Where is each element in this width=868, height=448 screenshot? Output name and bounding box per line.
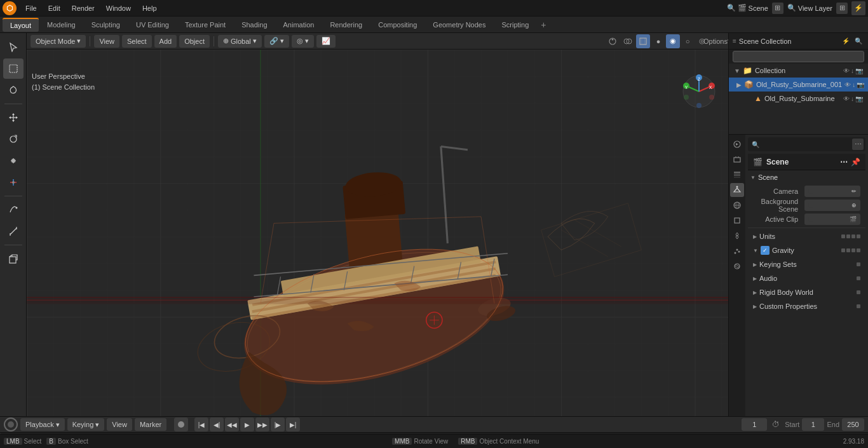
gravity-checkbox[interactable]: ✓ [761, 246, 770, 255]
scale-tool[interactable] [3, 151, 24, 171]
select-icon-1[interactable]: ↓ [852, 81, 855, 88]
scene-props-icon[interactable] [730, 183, 744, 197]
menu-edit[interactable]: Edit [43, 1, 65, 15]
bg-picker-icon[interactable]: ⊕ [851, 202, 857, 208]
navigation-gizmo[interactable]: X Y Z [680, 72, 718, 111]
clip-picker-icon[interactable]: 🎬 [850, 216, 857, 222]
menu-render[interactable]: Render [67, 1, 100, 15]
transform-tool[interactable] [3, 172, 24, 193]
measure-tool[interactable] [3, 221, 24, 241]
graph-toggle[interactable]: 📈 [316, 35, 336, 48]
add-cube-tool[interactable] [3, 248, 24, 269]
options-btn[interactable]: Options ▾ [710, 34, 724, 48]
tab-rendering[interactable]: Rendering [322, 18, 370, 32]
viewport-view-menu[interactable]: View [94, 35, 119, 48]
viewlayer-props-icon[interactable] [730, 168, 744, 182]
viewport-canvas[interactable]: User Perspective (1) Scene Collection X … [27, 50, 728, 416]
physics-icon[interactable] [730, 259, 744, 273]
menu-window[interactable]: Window [101, 1, 136, 15]
eye-icon-1[interactable]: 👁 [844, 81, 851, 88]
tab-texture-paint[interactable]: Texture Paint [177, 18, 233, 32]
mode-selector[interactable]: Object Mode ▾ [31, 35, 86, 48]
view-layer-expand-btn[interactable]: ⊞ [836, 3, 848, 14]
tab-animation[interactable]: Animation [276, 18, 322, 32]
lasso-select-tool[interactable] [3, 80, 24, 100]
xray-toggle[interactable] [636, 34, 650, 48]
playback-menu[interactable]: Playback ▾ [20, 418, 65, 431]
outliner-filter-btn[interactable]: ⚡ [840, 36, 851, 47]
end-frame-input[interactable]: 250 [842, 418, 864, 431]
particles-icon[interactable] [730, 244, 744, 258]
outliner-item-submarine-mesh[interactable]: ▲ Old_Rusty_Submarine 👁 ↓ 📷 [729, 92, 868, 105]
timeline-mode-btn[interactable] [4, 417, 18, 431]
modifiers-icon[interactable] [730, 229, 744, 243]
units-section[interactable]: ▶ Units [748, 229, 865, 243]
annotate-tool[interactable] [3, 200, 24, 220]
transform-orientation[interactable]: ⊕ Global ▾ [218, 35, 262, 48]
gizmo-toggle[interactable] [606, 34, 620, 48]
camera-value[interactable]: ✏ [804, 186, 860, 197]
outliner-item-submarine-collection[interactable]: ▶ 📦 Old_Rusty_Submarine_001 👁 ↓ 📷 [729, 78, 868, 92]
render-icon-o[interactable]: 📷 [855, 67, 863, 74]
eye-icon-2[interactable]: 👁 [843, 95, 850, 102]
current-frame-input[interactable]: 1 [742, 418, 767, 431]
tab-scripting[interactable]: Scripting [494, 18, 536, 32]
eye-icon[interactable]: 👁 [843, 67, 850, 74]
tab-layout[interactable]: Layout [3, 18, 39, 32]
cursor-tool[interactable] [3, 37, 24, 57]
rotate-tool[interactable] [3, 129, 24, 149]
menu-help[interactable]: Help [137, 1, 162, 15]
gravity-section[interactable]: ▼ ✓ Gravity [748, 243, 865, 257]
outliner-search-input[interactable] [733, 51, 864, 62]
solid-mode[interactable]: ◉ [666, 34, 680, 48]
select-icon-2[interactable]: ↓ [851, 95, 854, 102]
rigid-body-world-section[interactable]: ▶ Rigid Body World [748, 285, 865, 299]
overlay-toggle[interactable] [621, 34, 635, 48]
browse-scene-btn[interactable]: ⋯ [839, 157, 849, 167]
tab-uv-editing[interactable]: UV Editing [128, 18, 177, 32]
snap-toggle[interactable]: 🔗 ▾ [264, 35, 289, 48]
scene-section-header[interactable]: ▼ Scene [748, 170, 865, 184]
add-workspace-btn[interactable]: + [537, 18, 550, 31]
audio-section[interactable]: ▶ Audio [748, 271, 865, 285]
render-icon-1[interactable]: 📷 [857, 81, 864, 88]
render-icon-2[interactable]: 📷 [855, 95, 863, 102]
wireframe-mode[interactable]: ● [651, 34, 665, 48]
custom-props-section[interactable]: ▶ Custom Properties [748, 299, 865, 313]
tab-modeling[interactable]: Modeling [39, 18, 83, 32]
prev-keyframe-btn[interactable]: ◀| [210, 417, 224, 431]
marker-menu[interactable]: Marker [135, 418, 166, 431]
active-clip-value[interactable]: 🎬 [804, 214, 860, 225]
play-forward-btn[interactable]: ▶▶ [255, 417, 269, 431]
scene-expand-btn[interactable]: ⊞ [772, 3, 783, 14]
play-reverse-btn[interactable]: ◀◀ [225, 417, 239, 431]
play-btn[interactable]: ▶ [240, 417, 254, 431]
tab-sculpting[interactable]: Sculpting [84, 18, 128, 32]
keying-menu[interactable]: Keying ▾ [67, 418, 105, 431]
jump-start-btn[interactable]: |◀ [194, 417, 208, 431]
start-frame-input[interactable]: 1 [802, 418, 824, 431]
timeline-view-menu[interactable]: View [107, 418, 132, 431]
menu-file[interactable]: File [20, 1, 42, 15]
camera-picker-icon[interactable]: ✏ [851, 188, 857, 194]
move-tool[interactable] [3, 107, 24, 128]
output-props-icon[interactable] [730, 153, 744, 166]
select-tool[interactable] [3, 58, 24, 79]
next-keyframe-btn[interactable]: |▶ [271, 417, 285, 431]
viewport[interactable]: Object Mode ▾ View Select Add Object ⊕ G… [27, 33, 728, 416]
pin-scene-btn[interactable]: 📌 [850, 157, 860, 167]
viewport-object-menu[interactable]: Object [179, 35, 210, 48]
proportional-toggle[interactable]: ◎ ▾ [292, 35, 314, 48]
viewport-add-menu[interactable]: Add [154, 35, 177, 48]
tab-shading[interactable]: Shading [234, 18, 275, 32]
render-props-icon[interactable] [730, 137, 744, 151]
tab-geometry-nodes[interactable]: Geometry Nodes [425, 18, 493, 32]
world-props-icon[interactable] [730, 198, 744, 212]
outliner-search-btn[interactable]: 🔍 [853, 36, 864, 47]
material-mode[interactable]: ○ [681, 34, 695, 48]
time-display-btn[interactable]: ⏱ [770, 418, 782, 431]
properties-search-input[interactable] [762, 140, 850, 148]
outliner-scene-collection[interactable]: ▼ 📁 Collection 👁 ↓ 📷 [729, 64, 868, 78]
keying-sets-section[interactable]: ▶ Keying Sets [748, 257, 865, 271]
object-props-icon[interactable] [730, 214, 744, 227]
